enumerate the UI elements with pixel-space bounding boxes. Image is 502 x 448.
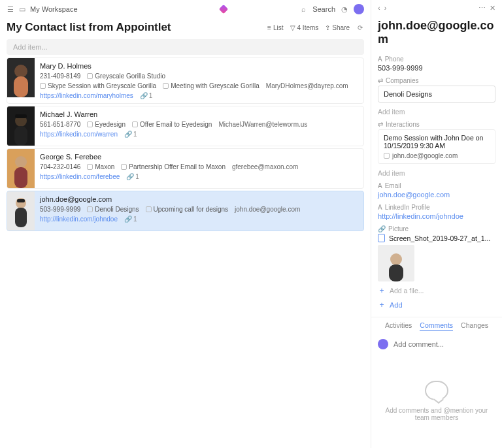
company-icon [87,73,93,79]
picture-thumb[interactable] [378,245,414,281]
meeting-chip[interactable]: Partnership Offer Email to Maxon [121,163,226,170]
workspace-name[interactable]: My Workspace [30,5,78,13]
more-icon[interactable]: ⋯ [478,4,486,12]
main-panel: ☰ ▭ My Workspace ⌕ Search ◔ My Contact l… [0,0,371,448]
tab-changes[interactable]: Changes [461,321,488,331]
add-property[interactable]: +Add [371,297,502,313]
contact-linkedin[interactable]: https://linkedin.com/ferebee [40,173,120,180]
add-interaction[interactable]: Add item [371,167,502,180]
svg-rect-6 [15,114,27,118]
meeting-icon [132,121,138,127]
svg-point-15 [390,253,402,265]
tab-activities[interactable]: Activities [385,321,412,331]
topbar: ☰ ▭ My Workspace ⌕ Search ◔ [0,0,371,18]
tab-comments[interactable]: Comments [420,321,453,331]
svg-rect-5 [14,126,27,146]
text-icon: A [378,182,382,189]
filter-items[interactable]: ▽ 4 Items [290,24,319,31]
contact-name: Michael J. Warren [40,110,358,118]
contact-photo [7,58,35,97]
contact-list: Add item... Mary D. Holmes 231-409-8149 … [0,39,371,233]
contact-linkedin[interactable]: https://linkedin.com/maryholmes [40,92,133,99]
detail-tabs: Activities Comments Changes [371,317,502,335]
contact-phone: 503-999-9999 [40,206,80,213]
detail-topbar: ‹ › ⋯ ✕ [371,0,502,16]
contact-phone: 561-651-8770 [40,121,80,128]
contact-name: john.doe@google.com [40,195,358,203]
contact-company[interactable]: Maxon [87,163,114,170]
contact-name: George S. Ferebee [40,153,358,161]
contact-linkedin[interactable]: https://linkedin.com/warren [40,131,118,138]
picture-file[interactable]: Screen_Shot_2019-09-27_at_1... [378,234,495,242]
svg-rect-12 [15,208,27,227]
add-file[interactable]: +Add a file... [371,284,502,297]
search-icon[interactable]: ⌕ [299,5,307,13]
comment-input-row [371,335,502,353]
app-logo-icon [219,5,228,14]
attachment-badge: 🔗1 [124,131,137,138]
header-tools: ≡ List ▽ 4 Items ⇪ Share ⟳ [267,24,364,31]
interaction-item[interactable]: Demo Session with John Doe on 10/15/2019… [378,129,495,164]
contact-email[interactable]: MaryDHolmes@dayrep.com [266,82,348,89]
contact-email[interactable]: gferebee@maxon.com [232,163,298,170]
svg-rect-16 [389,264,403,281]
contact-photo [7,106,35,146]
user-avatar [378,339,388,349]
contact-email[interactable]: john.doe@google.com [235,206,300,213]
page-icon [384,153,390,159]
meeting-icon [146,206,152,212]
text-icon: A [378,56,382,63]
company-icon [87,121,93,127]
contact-photo [7,191,35,231]
attachment-badge: 🔗1 [124,216,137,223]
meeting-icon [121,164,127,170]
share-button[interactable]: ⇪ Share [325,24,350,31]
contact-company[interactable]: Greyscale Gorilla Studio [87,72,165,80]
link-rel-icon: ⇄ [378,121,383,128]
refresh-icon[interactable]: ⟳ [356,24,364,31]
contact-company[interactable]: Eyedesign [87,121,126,128]
meeting-chip[interactable]: Skype Session with Greyscale Gorilla [40,82,156,89]
contact-card[interactable]: Michael J. Warren 561-651-8770 Eyedesign… [7,106,364,146]
svg-rect-2 [14,76,28,97]
bell-icon[interactable]: ◔ [341,5,348,13]
meeting-chip[interactable]: Meeting with Greyscale Gorilla [163,82,259,89]
company-pill[interactable]: Denoli Designs [378,86,495,103]
add-company[interactable]: Add item [371,105,502,118]
detail-email[interactable]: john.doe@google.com [378,191,495,199]
contact-card-selected[interactable]: john.doe@google.com 503-999-9999 Denoli … [7,191,364,231]
detail-linkedin[interactable]: http://linkedin.com/johndoe [378,212,495,220]
attachment-icon: 🔗 [378,225,386,232]
list-view[interactable]: ≡ List [267,24,283,31]
svg-point-8 [15,156,27,168]
contact-card[interactable]: George S. Ferebee 704-232-0146 Maxon Par… [7,148,364,189]
plus-icon: + [378,287,386,295]
search-label[interactable]: Search [312,5,335,13]
contact-linkedin[interactable]: http://linkedin.com/johndoe [40,216,118,223]
attachment-badge: 🔗1 [126,173,139,180]
contact-email[interactable]: MichaelJWarren@teleworm.us [218,121,307,128]
meeting-chip[interactable]: Offer Email to Eyedesign [132,121,212,128]
svg-rect-13 [17,199,25,202]
user-avatar[interactable] [354,4,364,14]
prev-icon[interactable]: ‹ [378,4,380,12]
contact-card[interactable]: Mary D. Holmes 231-409-8149 Greyscale Go… [7,57,364,104]
company-icon [87,206,93,212]
page-header: My Contact list from Appointlet ≡ List ▽… [0,18,371,39]
contact-phone: 704-232-0146 [40,163,80,170]
meeting-icon [40,83,46,89]
detail-phone[interactable]: 503-999-9999 [378,64,495,72]
meeting-chip[interactable]: Upcoming call for designs [146,206,229,213]
next-icon[interactable]: › [384,4,387,12]
company-icon [87,164,93,170]
contact-name: Mary D. Holmes [40,62,358,70]
menu-icon[interactable]: ☰ [7,5,14,13]
detail-panel: ‹ › ⋯ ✕ john.doe@google.com APhone 503-9… [371,0,502,448]
svg-rect-9 [14,167,27,188]
add-item-input[interactable]: Add item... [7,39,364,55]
page-title: My Contact list from Appointlet [7,21,262,34]
contact-company[interactable]: Denoli Designs [87,206,139,213]
comment-input[interactable] [393,340,495,348]
link-rel-icon: ⇄ [378,77,383,84]
close-icon[interactable]: ✕ [490,4,495,12]
